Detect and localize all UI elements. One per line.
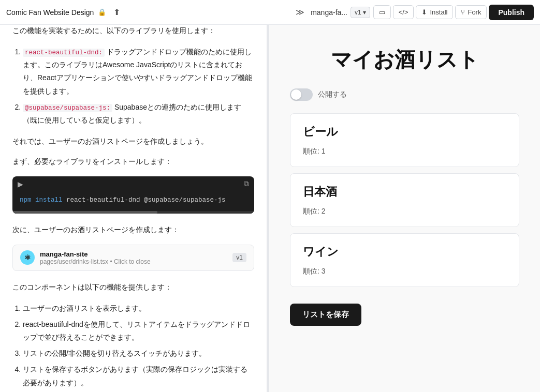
topbar: Comic Fan Website Design 🔒 ⬆ ≫ manga-fa.… [0,0,540,25]
toggle-knob [291,89,301,100]
library-list: react-beautiful-dnd: ドラッグアンドドロップ機能のために使用… [23,46,254,127]
code-block-header: ▶ ⧉ [12,176,254,191]
list-item-text: react-beautiful-dndを使用して、リストアイテムをドラッグアンド… [23,320,250,341]
share-icon: ⬆ [113,8,120,17]
file-name: manga-fan-site [40,250,151,258]
copy-icon[interactable]: ⧉ [244,179,249,188]
run-icon[interactable]: ▶ [18,180,23,188]
main-layout: この機能を実装するために、以下のライブラリを使用します： react-beaut… [0,25,540,392]
breadcrumb-site: manga-fa... [311,8,347,17]
code-content: npm install react-beautiful-dnd @supabas… [12,191,254,211]
code-button[interactable]: </> [393,5,414,19]
topbar-left: Comic Fan Website Design 🔒 ⬆ [6,5,123,19]
fork-label: Fork [468,8,481,16]
topbar-center: ≫ manga-fa... v1 ▾ ▭ </> ⬇ Install ⑂ For… [293,5,534,20]
list-item-text: リストの公開/非公開を切り替えるスイッチがあります。 [23,349,206,357]
para1: それでは、ユーザーのお酒リストページを作成しましょう。 [12,135,254,148]
file-card-info: manga-fan-site pages/user/drinks-list.ts… [40,250,151,265]
drink-rank-2: 順位: 2 [303,207,506,216]
right-panel: マイお酒リスト 公開する ビール 順位: 1 日本酒 順位: 2 ワイン 順位:… [269,25,540,392]
code-inline: react-beautiful-dnd: [23,49,105,57]
feature-list: ユーザーのお酒リストを表示します。 react-beautiful-dndを使用… [23,302,254,389]
list-item: @supabase/supabase-js: Supabaseとの連携のために使… [23,101,254,127]
install-icon: ⬇ [421,8,427,16]
version-selector[interactable]: v1 ▾ [351,7,370,18]
intro-text: この機能を実装するために、以下のライブラリを使用します： [12,25,254,37]
code-scrollbar [12,211,254,214]
layout-icon: ▭ [379,8,385,16]
list-item: ユーザーのお酒リストを表示します。 [23,302,254,315]
left-panel: この機能を実装するために、以下のライブラリを使用します： react-beaut… [0,25,267,392]
code-keyword: npm install [20,197,63,204]
list-item: react-beautiful-dndを使用して、リストアイテムをドラッグアンド… [23,318,254,344]
publish-button[interactable]: Publish [489,5,534,20]
preview-title: マイお酒リスト [290,46,519,74]
drink-card-3: ワイン 順位: 3 [290,233,519,287]
save-button[interactable]: リストを保存 [290,304,361,326]
code-inline: @supabase/supabase-js: [23,104,112,112]
list-item: react-beautiful-dnd: ドラッグアンドドロップ機能のために使用… [23,46,254,98]
install-label: Install [430,8,447,16]
page-title: Comic Fan Website Design [6,8,94,17]
file-path: pages/user/drinks-list.tsx • Click to cl… [40,258,151,265]
fork-icon: ⑂ [461,8,465,16]
file-card-left: ⚛ manga-fan-site pages/user/drinks-list.… [20,250,151,265]
drink-name-2: 日本酒 [303,184,506,200]
save-btn-row: リストを保存 [269,293,540,336]
para2: まず、必要なライブラリをインストールします： [12,156,254,168]
toggle-label: 公開する [318,90,347,99]
code-rest: react-beautiful-dnd @supabase/supabase-j… [63,197,226,204]
collapse-button[interactable]: ≫ [293,5,308,19]
drink-name-3: ワイン [303,244,506,260]
para4: このコンポーネントは以下の機能を提供します： [12,281,254,294]
drink-name-1: ビール [303,124,506,140]
toggle-row: 公開する [290,88,519,101]
file-version: v1 [232,253,246,262]
code-scrollbar-thumb [12,211,157,214]
drink-card-1: ビール 順位: 1 [290,113,519,167]
lock-icon: 🔒 [98,8,106,16]
share-button[interactable]: ⬆ [110,5,123,19]
collapse-icon: ≫ [296,8,304,17]
chevron-down-icon: ▾ [363,9,366,16]
list-item: リストを保存するボタンがあります（実際の保存ロジックは実装する必要があります）。 [23,363,254,389]
drink-rank-1: 順位: 1 [303,147,506,156]
drink-card-2: 日本酒 順位: 2 [290,173,519,227]
list-item-text: リストを保存するボタンがあります（実際の保存ロジックは実装する必要があります）。 [23,365,247,386]
preview-container: マイお酒リスト 公開する ビール 順位: 1 日本酒 順位: 2 ワイン 順位:… [269,25,540,293]
topbar-icons: ▭ </> ⬇ Install ⑂ Fork Publish [373,5,534,20]
publish-toggle[interactable] [290,88,313,101]
code-block: ▶ ⧉ npm install react-beautiful-dnd @sup… [12,176,254,214]
fork-button[interactable]: ⑂ Fork [455,5,487,19]
para3: 次に、ユーザーのお酒リストページを作成します： [12,224,254,236]
file-card[interactable]: ⚛ manga-fan-site pages/user/drinks-list.… [12,245,254,271]
list-item-text: ユーザーのお酒リストを表示します。 [23,304,146,312]
react-icon: ⚛ [20,250,35,265]
version-label: v1 [355,9,361,16]
list-item: リストの公開/非公開を切り替えるスイッチがあります。 [23,347,254,360]
install-button[interactable]: ⬇ Install [416,5,453,19]
layout-button[interactable]: ▭ [373,5,391,19]
drink-rank-3: 順位: 3 [303,267,506,276]
code-icon: </> [399,8,408,16]
